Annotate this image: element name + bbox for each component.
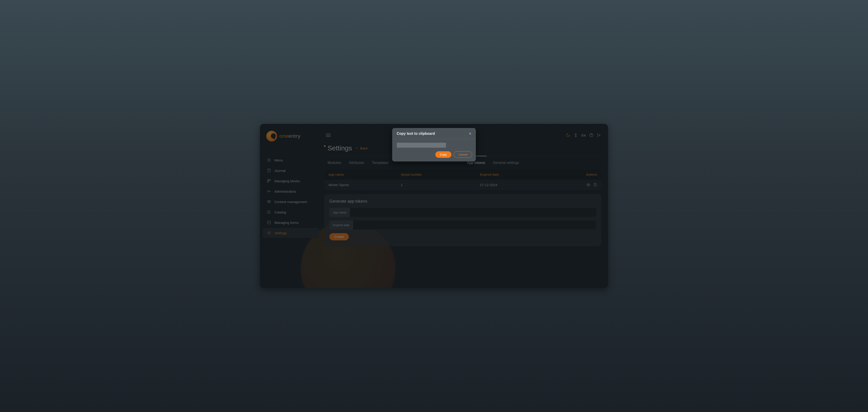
close-icon[interactable]: × xyxy=(469,131,471,136)
clipboard-text-input[interactable] xyxy=(397,143,446,148)
modal-title: Copy text to clipboard xyxy=(397,131,435,136)
copy-button[interactable]: Copy xyxy=(435,151,451,158)
modal-header: Copy text to clipboard × xyxy=(392,128,476,139)
modal-body xyxy=(392,139,476,149)
app-frame: oneentry Menu Journal Managing blocks Ad… xyxy=(260,124,608,288)
copy-modal: Copy text to clipboard × Copy Cancel xyxy=(392,128,476,161)
cancel-button[interactable]: Cancel xyxy=(454,151,472,158)
modal-actions: Copy Cancel xyxy=(392,149,476,158)
